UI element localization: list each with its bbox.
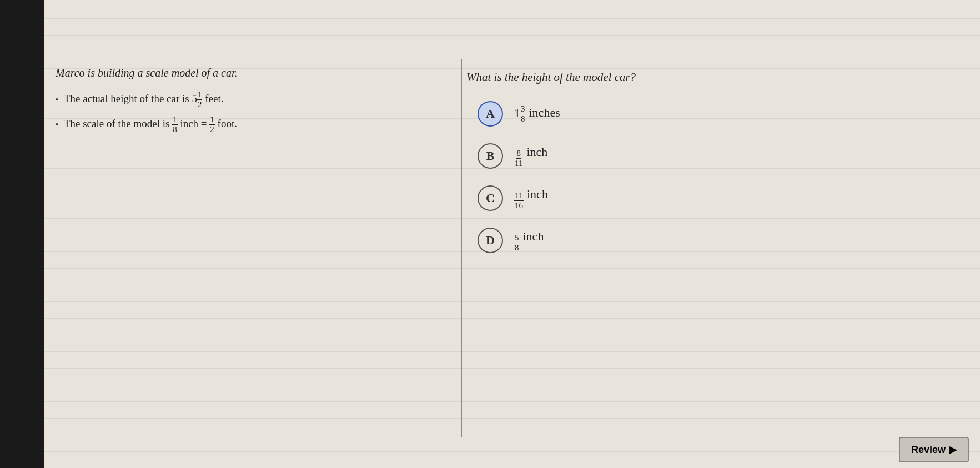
fraction-one-eighth: 18 — [172, 115, 178, 134]
right-panel: What is the height of the model car? A 1… — [466, 59, 966, 253]
option-text-d: 58 inch — [514, 229, 544, 252]
option-circle-a[interactable]: A — [478, 101, 503, 127]
bullet-item-1: • The actual height of the car is 512 fe… — [56, 90, 444, 109]
fraction-5-8: 58 — [514, 234, 520, 252]
option-unit-a: inches — [529, 105, 560, 120]
question-prompt: What is the height of the model car? — [466, 71, 966, 84]
option-circle-c[interactable]: C — [478, 185, 503, 211]
review-button[interactable]: Review ▶ — [899, 437, 969, 462]
answer-option-a[interactable]: A 138 inches — [478, 101, 966, 127]
bullet-item-2: • The scale of the model is 18 inch = 12… — [56, 115, 444, 134]
divider-line — [461, 59, 462, 437]
answer-option-b[interactable]: B 811 inch — [478, 143, 966, 169]
fraction-3-8: 38 — [520, 105, 526, 123]
answer-option-d[interactable]: D 58 inch — [478, 228, 966, 253]
bullet-dot-2: • — [56, 120, 58, 129]
fraction-8-11: 811 — [514, 149, 523, 168]
fraction-one-half-1: 12 — [197, 90, 203, 109]
option-label-c: C — [486, 191, 495, 205]
question-intro: Marco is building a scale model of a car… — [56, 67, 444, 79]
option-label-d: D — [486, 233, 495, 248]
option-circle-b[interactable]: B — [478, 143, 503, 169]
option-unit-b: inch — [526, 145, 547, 159]
question-text-area: Marco is building a scale model of a car… — [56, 67, 444, 140]
option-label-a: A — [486, 107, 495, 121]
option-unit-c: inch — [527, 187, 548, 202]
answer-option-c[interactable]: C 1116 inch — [478, 185, 966, 211]
option-text-b: 811 inch — [514, 145, 547, 168]
option-text-c: 1116 inch — [514, 187, 548, 210]
answer-options: A 138 inches B 811 inch C 1116 inc — [466, 101, 966, 253]
bullet-dot-1: • — [56, 95, 58, 104]
review-arrow-icon: ▶ — [949, 444, 957, 456]
option-circle-d[interactable]: D — [478, 228, 503, 253]
option-unit-d: inch — [523, 229, 544, 244]
option-label-b: B — [486, 149, 495, 163]
review-button-label: Review — [911, 444, 946, 456]
fraction-one-half-2: 12 — [209, 115, 215, 134]
option-text-a: 138 inches — [514, 105, 560, 123]
fraction-11-16: 1116 — [514, 192, 524, 210]
